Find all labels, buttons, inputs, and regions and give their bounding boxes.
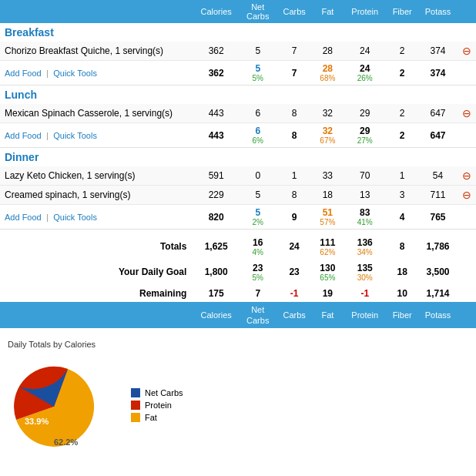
- dinner-title: Dinner: [0, 148, 476, 167]
- lunch-total-fiber: 2: [400, 130, 405, 141]
- totals-row: Totals 1,625 16 4% 24 111 62% 136 34% 8 …: [0, 234, 476, 260]
- totals-netcarbs: 16: [253, 237, 263, 248]
- goal-carbs: 23: [289, 266, 299, 277]
- lunch-fat-pct: 67%: [316, 136, 340, 145]
- breakfast-title: Breakfast: [0, 23, 476, 42]
- remaining-fat: 19: [323, 288, 333, 299]
- food-fiber: 1: [386, 166, 419, 186]
- food-potass: 647: [419, 104, 457, 123]
- fat-label: 62.2%: [54, 437, 78, 447]
- goal-potass: 3,500: [426, 266, 449, 277]
- breakfast-add-food-link[interactable]: Add Food: [5, 69, 42, 78]
- food-calories: 591: [194, 166, 238, 186]
- remaining-fiber: 10: [397, 288, 407, 299]
- food-netcarbs: 6: [238, 104, 278, 123]
- food-carbs: 7: [277, 42, 310, 61]
- remaining-potass: 1,714: [426, 288, 449, 299]
- food-name: Mexican Spinach Casserole, 1 serving(s): [0, 104, 194, 123]
- col-header-calories: Calories: [194, 0, 238, 23]
- col-header-fiber: Fiber: [386, 0, 419, 23]
- lunch-total-netcarbs: 6: [255, 126, 260, 136]
- bottom-col-fiber: Fiber: [386, 302, 419, 329]
- chart-title: Daily Totals by Calories: [8, 340, 468, 349]
- col-header-potass: Potass: [419, 0, 457, 23]
- legend-item-fat: Fat: [131, 413, 183, 422]
- breakfast-netcarbs-pct: 5%: [243, 74, 273, 82]
- breakfast-quick-tools-link[interactable]: Quick Tools: [53, 69, 97, 78]
- delete-food-button[interactable]: ⊖: [462, 189, 471, 201]
- breakfast-protein-pct: 26%: [349, 74, 381, 82]
- goal-protein: 135: [357, 263, 373, 273]
- totals-netcarbs-pct: 4%: [243, 248, 273, 256]
- dinner-protein-pct: 41%: [349, 218, 381, 226]
- col-header-carbs: Carbs: [277, 0, 310, 23]
- breakfast-total-potass: 374: [430, 68, 445, 79]
- totals-carbs: 24: [289, 241, 299, 252]
- dinner-quick-tools-link[interactable]: Quick Tools: [53, 213, 97, 222]
- lunch-add-food-link[interactable]: Add Food: [5, 131, 42, 140]
- food-carbs: 8: [277, 186, 310, 205]
- delete-food-button[interactable]: ⊖: [462, 169, 471, 182]
- col-header-protein: Protein: [344, 0, 386, 23]
- breakfast-total-protein: 24: [360, 63, 370, 74]
- delete-food-button[interactable]: ⊖: [462, 107, 471, 119]
- dinner-netcarbs-pct: 2%: [243, 218, 273, 226]
- food-calories: 362: [194, 42, 238, 61]
- remaining-label: Remaining: [0, 285, 194, 302]
- dinner-total-carbs: 9: [292, 212, 297, 223]
- goal-row: Your Daily Goal 1,800 23 5% 23 130 65% 1…: [0, 260, 476, 285]
- food-fiber: 2: [386, 104, 419, 123]
- legend-color-fat: [131, 413, 140, 422]
- breakfast-total-carbs: 7: [292, 68, 297, 79]
- bottom-col-fat: Fat: [311, 302, 344, 329]
- lunch-quick-tools-link[interactable]: Quick Tools: [53, 131, 97, 140]
- lunch-total-protein: 29: [360, 126, 370, 136]
- breakfast-total-netcarbs: 5: [255, 63, 260, 74]
- col-header-fat: Fat: [311, 0, 344, 23]
- food-protein: 24: [344, 42, 386, 61]
- totals-protein: 136: [357, 237, 373, 248]
- food-carbs: 1: [277, 166, 310, 186]
- dinner-add-food-link[interactable]: Add Food: [5, 213, 42, 222]
- table-row: Mexican Spinach Casserole, 1 serving(s) …: [0, 104, 476, 123]
- legend-item-protein: Protein: [131, 401, 183, 410]
- lunch-action-row: Add Food | Quick Tools 443 6 6% 8 32 67%…: [0, 123, 476, 148]
- remaining-calories: 175: [209, 288, 224, 299]
- chart-section: Daily Totals by Calories 33.9% 62.2% Net…: [0, 328, 476, 468]
- dinner-total-fiber: 4: [400, 212, 405, 223]
- pie-chart: 33.9% 62.2%: [8, 357, 116, 457]
- table-row: Lazy Keto Chicken, 1 serving(s) 591 0 1 …: [0, 166, 476, 186]
- delete-food-button[interactable]: ⊖: [462, 45, 471, 57]
- remaining-protein: -1: [360, 288, 369, 299]
- food-fiber: 3: [386, 186, 419, 205]
- food-protein: 13: [344, 186, 386, 205]
- dinner-total-calories: 820: [209, 212, 224, 223]
- goal-calories: 1,800: [205, 266, 228, 277]
- goal-label: Your Daily Goal: [0, 260, 194, 285]
- legend-label-netcarbs: Net Carbs: [145, 388, 183, 397]
- legend-label-protein: Protein: [145, 401, 172, 410]
- lunch-total-carbs: 8: [292, 130, 297, 141]
- bottom-col-netcarbs: NetCarbs: [238, 302, 278, 329]
- lunch-total-potass: 647: [430, 130, 445, 141]
- totals-potass: 1,786: [426, 241, 449, 252]
- legend-label-fat: Fat: [145, 413, 157, 422]
- food-protein: 29: [344, 104, 386, 123]
- col-header-netcarbs: NetCarbs: [238, 0, 278, 23]
- food-fiber: 2: [386, 42, 419, 61]
- remaining-row: Remaining 175 7 -1 19 -1 10 1,714: [0, 285, 476, 302]
- dinner-total-potass: 765: [430, 212, 445, 223]
- goal-netcarbs-pct: 5%: [243, 273, 273, 282]
- totals-label: Totals: [0, 234, 194, 260]
- bottom-header-row: Calories NetCarbs Carbs Fat Protein Fibe…: [0, 302, 476, 329]
- bottom-col-carbs: Carbs: [277, 302, 310, 329]
- food-netcarbs: 0: [238, 166, 278, 186]
- lunch-netcarbs-pct: 6%: [243, 136, 273, 145]
- lunch-total-calories: 443: [209, 130, 224, 141]
- totals-fiber: 8: [400, 241, 405, 252]
- breakfast-total-fiber: 2: [400, 68, 405, 79]
- food-carbs: 8: [277, 104, 310, 123]
- breakfast-total-fat: 28: [323, 63, 333, 74]
- breakfast-total-calories: 362: [209, 68, 224, 79]
- food-calories: 443: [194, 104, 238, 123]
